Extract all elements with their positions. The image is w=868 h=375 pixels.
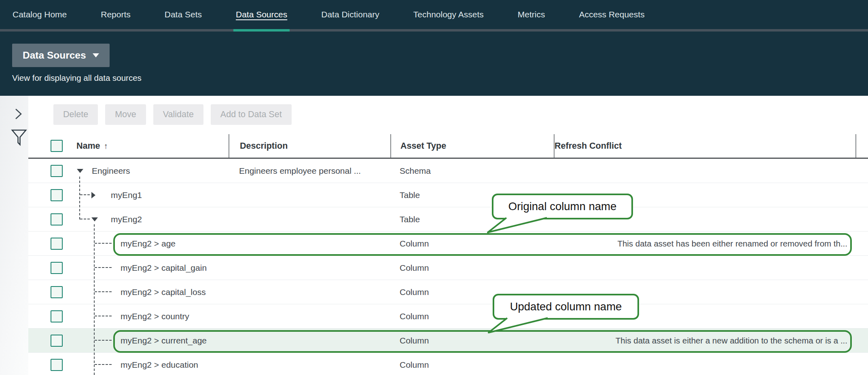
asset-name: myEng2 > capital_gain xyxy=(121,263,207,273)
row-end-cell xyxy=(855,304,868,328)
row-checkbox[interactable] xyxy=(51,286,63,298)
tree-connector-line xyxy=(95,243,112,244)
asset-type: Column xyxy=(400,263,429,273)
column-header-description[interactable]: Description xyxy=(229,134,390,158)
row-checkbox[interactable] xyxy=(51,238,63,250)
table-row-myeng2-age[interactable]: myEng2 > ageColumnThis data asset has be… xyxy=(28,232,868,256)
row-checkbox-cell xyxy=(28,159,63,183)
name-cell: myEng2 > current_age xyxy=(63,329,229,352)
refresh-conflict-cell xyxy=(554,159,855,183)
nav-item-data-sources[interactable]: Data Sources xyxy=(236,0,287,29)
sort-ascending-icon: ↑ xyxy=(104,141,108,151)
row-checkbox-cell xyxy=(28,207,63,231)
tree-connector-line xyxy=(80,219,90,219)
asset-name: myEng1 xyxy=(111,190,142,200)
row-checkbox-cell xyxy=(28,256,63,280)
row-end-cell xyxy=(855,353,868,375)
table-row-myeng2-education[interactable]: myEng2 > educationColumn xyxy=(28,353,868,375)
validate-button[interactable]: Validate xyxy=(153,104,203,125)
table-row-myeng2-country[interactable]: myEng2 > countryColumn xyxy=(28,304,868,329)
asset-name: myEng2 > capital_loss xyxy=(121,287,206,297)
name-cell: myEng2 > age xyxy=(63,232,229,255)
description-cell xyxy=(229,183,390,207)
table-body: EngineersEngineers employee personal ...… xyxy=(28,159,868,375)
row-checkbox[interactable] xyxy=(51,310,63,322)
nav-item-data-sets[interactable]: Data Sets xyxy=(165,0,202,29)
column-header-refresh-conflict[interactable]: Refresh Conflict xyxy=(554,134,855,158)
nav-item-label: Metrics xyxy=(518,10,545,19)
tree-connector-line xyxy=(95,340,112,341)
row-checkbox[interactable] xyxy=(51,189,63,201)
nav-item-label: Access Requests xyxy=(579,10,644,19)
row-checkbox-cell xyxy=(28,183,63,207)
name-cell: Engineers xyxy=(63,159,229,183)
name-cell: myEng2 > capital_gain xyxy=(63,256,229,280)
asset-type-cell: Column xyxy=(390,353,554,375)
view-selector-button[interactable]: Data Sources xyxy=(12,44,110,67)
collapse-triangle-icon[interactable] xyxy=(91,217,98,221)
table-row-engineers[interactable]: EngineersEngineers employee personal ...… xyxy=(28,159,868,183)
nav-item-data-dictionary[interactable]: Data Dictionary xyxy=(321,0,379,29)
nav-items: Catalog HomeReportsData SetsData Sources… xyxy=(13,0,679,32)
nav-item-label: Reports xyxy=(101,10,131,19)
table-row-myeng1[interactable]: myEng1Table xyxy=(28,183,868,207)
description-cell xyxy=(229,207,390,231)
row-checkbox[interactable] xyxy=(51,359,63,371)
name-cell: myEng2 > capital_loss xyxy=(63,280,229,304)
select-all-checkbox[interactable] xyxy=(51,140,63,152)
add-to-data-set-button[interactable]: Add to Data Set xyxy=(211,104,292,125)
row-end-cell xyxy=(855,280,868,304)
nav-item-label: Data Dictionary xyxy=(321,10,379,19)
asset-description: Engineers employee personal ... xyxy=(239,166,361,176)
tree-connector-line xyxy=(95,316,112,316)
move-button[interactable]: Move xyxy=(105,104,146,125)
name-cell: myEng2 > education xyxy=(63,353,229,375)
row-checkbox[interactable] xyxy=(51,335,63,347)
nav-item-label: Data Sets xyxy=(165,10,202,19)
nav-item-reports[interactable]: Reports xyxy=(101,0,131,29)
nav-item-metrics[interactable]: Metrics xyxy=(518,0,545,29)
column-header-name[interactable]: Name↑ xyxy=(63,134,229,158)
row-end-cell xyxy=(855,256,868,280)
refresh-conflict-cell: This data asset has been either renamed … xyxy=(554,232,855,255)
asset-type: Schema xyxy=(400,166,431,176)
delete-button[interactable]: Delete xyxy=(53,104,98,125)
refresh-conflict-cell xyxy=(554,256,855,280)
nav-item-catalog-home[interactable]: Catalog Home xyxy=(13,0,67,29)
asset-name: myEng2 xyxy=(111,215,142,224)
table-row-myeng2[interactable]: myEng2Table xyxy=(28,207,868,232)
row-end-cell xyxy=(855,329,868,352)
row-checkbox-cell xyxy=(28,280,63,304)
nav-item-technology-assets[interactable]: Technology Assets xyxy=(413,0,484,29)
view-subtitle: View for displaying all data sources xyxy=(12,73,142,83)
column-header-label: Description xyxy=(240,141,288,151)
refresh-conflict-cell xyxy=(554,353,855,375)
description-cell xyxy=(229,280,390,304)
row-checkbox[interactable] xyxy=(51,165,63,177)
collapse-triangle-icon[interactable] xyxy=(77,169,83,173)
table-row-myeng2-capital-gain[interactable]: myEng2 > capital_gainColumn xyxy=(28,256,868,280)
column-header-asset-type[interactable]: Asset Type xyxy=(390,134,554,158)
side-rail xyxy=(0,96,28,375)
table-header-row: Name↑DescriptionAsset TypeRefresh Confli… xyxy=(28,134,868,159)
table-row-myeng2-current-age[interactable]: myEng2 > current_ageColumnThis data asse… xyxy=(28,329,868,353)
asset-type: Table xyxy=(400,215,420,224)
filter-funnel-icon[interactable] xyxy=(11,129,27,147)
description-cell xyxy=(229,256,390,280)
description-cell xyxy=(229,304,390,328)
nav-item-access-requests[interactable]: Access Requests xyxy=(579,0,644,29)
expand-triangle-icon[interactable] xyxy=(91,192,95,198)
row-checkbox[interactable] xyxy=(51,213,63,225)
asset-name: Engineers xyxy=(92,166,130,176)
table-row-myeng2-capital-loss[interactable]: myEng2 > capital_lossColumn xyxy=(28,280,868,304)
expand-panel-chevron-icon[interactable] xyxy=(13,107,24,121)
row-end-cell xyxy=(855,232,868,255)
row-end-cell xyxy=(855,183,868,207)
select-all-cell xyxy=(28,134,63,158)
row-checkbox-cell xyxy=(28,329,63,352)
asset-type: Table xyxy=(400,190,420,200)
row-checkbox[interactable] xyxy=(51,262,63,274)
row-checkbox-cell xyxy=(28,232,63,255)
description-cell xyxy=(229,353,390,375)
column-header-label: Name xyxy=(76,141,100,151)
